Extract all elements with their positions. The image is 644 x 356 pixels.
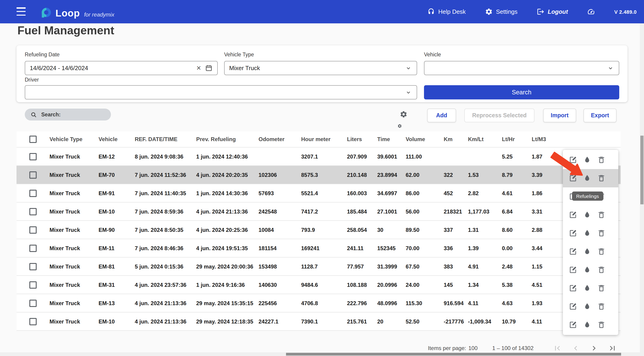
row-checkbox[interactable] (29, 153, 37, 160)
driver-select[interactable] (25, 85, 417, 99)
table-cell: 1128.7 (301, 263, 347, 270)
last-page-icon[interactable] (607, 343, 618, 354)
delete-icon[interactable] (597, 321, 606, 329)
edit-icon[interactable] (569, 247, 577, 256)
table-row[interactable]: Mixer TruckEM-314 jun. 2024 23:57:361 ju… (16, 276, 620, 294)
calendar-icon[interactable] (205, 64, 213, 72)
column-header-km-lt[interactable]: Km/Lt (468, 136, 502, 142)
logout-button[interactable]: Logout (537, 8, 568, 15)
column-header-time[interactable]: Time (377, 136, 406, 142)
delete-icon[interactable] (597, 229, 606, 237)
reprocess-selected-button[interactable]: Reprocess Selected (464, 109, 534, 122)
column-header-volume[interactable]: Volume (406, 136, 444, 142)
table-cell: 1 jun. 2024 12:40:36 (196, 153, 258, 160)
row-checkbox[interactable] (29, 281, 37, 288)
import-button[interactable]: Import (543, 109, 576, 122)
column-header-odometer[interactable]: Odometer (258, 136, 301, 142)
row-checkbox[interactable] (29, 226, 37, 233)
table-row[interactable]: Mixer TruckEM-134 jun. 2024 21:13:3629 m… (16, 294, 620, 313)
table-row[interactable]: Mixer TruckEM-128 jun. 2024 9:08:361 jun… (16, 148, 620, 166)
column-header-lt-m3[interactable]: Lt/M3 (532, 136, 620, 142)
edit-icon[interactable] (569, 174, 577, 182)
delete-icon[interactable] (597, 284, 606, 292)
edit-icon[interactable] (569, 302, 577, 311)
gauge-button[interactable] (587, 8, 595, 15)
table-cell: 29 may. 2024 20:00:36 (196, 263, 258, 270)
export-button[interactable]: Export (584, 109, 616, 122)
first-page-icon[interactable] (552, 343, 563, 354)
row-checkbox[interactable] (29, 263, 37, 270)
row-checkbox[interactable] (29, 300, 37, 307)
edit-icon[interactable] (569, 321, 577, 329)
table-cell: 115.30 (406, 300, 444, 306)
gauge-icon (587, 8, 595, 15)
column-header-vehicle[interactable]: Vehicle (98, 136, 135, 142)
refueling-date-input[interactable]: 14/6/2024 - 14/6/2024 ✕ (25, 61, 218, 75)
table-row[interactable]: Mixer TruckEM-815 jun. 2024 0:15:3629 ma… (16, 258, 620, 276)
delete-icon[interactable] (597, 156, 606, 164)
table-row[interactable]: Mixer TruckEM-107 jun. 2024 8:59:364 jun… (16, 203, 620, 221)
column-header-km[interactable]: Km (444, 136, 468, 142)
row-checkbox[interactable] (29, 189, 37, 197)
column-header-prev-refueling[interactable]: Prev. Refueling (196, 136, 258, 142)
column-settings-button[interactable] (400, 110, 411, 120)
logout-label: Logout (548, 8, 568, 15)
refuel-icon[interactable] (583, 174, 591, 182)
settings-button[interactable]: Settings (485, 8, 518, 15)
table-cell: 2.48 (502, 263, 532, 270)
previous-page-icon[interactable] (570, 343, 581, 354)
row-checkbox[interactable] (29, 244, 37, 252)
vehicle-select[interactable] (424, 61, 619, 75)
edit-icon[interactable] (569, 156, 577, 164)
delete-icon[interactable] (597, 211, 606, 219)
table-cell: 7 jun. 2024 8:59:36 (135, 208, 196, 215)
table-row[interactable]: Mixer TruckEM-917 jun. 2024 11:40:351 ju… (16, 184, 620, 203)
add-button[interactable]: Add (427, 109, 456, 122)
help-desk-button[interactable]: Help Desk (427, 8, 466, 15)
column-header-lt-hr[interactable]: Lt/Hr (502, 136, 532, 142)
table-cell: 4 jun. 2024 19:51:35 (196, 245, 258, 251)
table-body: Mixer TruckEM-128 jun. 2024 9:08:361 jun… (16, 148, 620, 331)
column-header-hour-meter[interactable]: Hour meter (301, 136, 347, 142)
vertical-scrollbar-thumb[interactable] (640, 136, 644, 204)
delete-icon[interactable] (597, 247, 606, 256)
row-checkbox[interactable] (29, 171, 37, 178)
refuel-icon[interactable] (583, 284, 591, 292)
refuel-icon[interactable] (583, 247, 591, 256)
table-cell: Mixer Truck (50, 245, 98, 251)
table-row[interactable]: Mixer TruckEM-707 jun. 2024 11:52:364 ju… (16, 166, 620, 184)
refuel-icon[interactable] (583, 321, 591, 329)
delete-icon[interactable] (597, 174, 606, 182)
horizontal-scrollbar-thumb[interactable] (286, 353, 621, 356)
refuel-icon[interactable] (583, 266, 591, 274)
table-row[interactable]: Mixer TruckEM-104 jun. 2024 21:13:3629 m… (16, 313, 620, 331)
vehicle-type-select[interactable]: Mixer Truck (224, 61, 417, 75)
delete-icon[interactable] (597, 302, 606, 311)
search-button[interactable]: Search (424, 85, 619, 99)
refuel-icon[interactable] (583, 156, 591, 164)
next-page-icon[interactable] (588, 343, 600, 354)
column-header-vehicle-type[interactable]: Vehicle Type (50, 136, 98, 142)
table-cell: 4 jun. 2024 21:13:36 (135, 300, 196, 306)
select-all-checkbox[interactable] (29, 136, 37, 143)
refuel-icon[interactable] (583, 211, 591, 219)
items-per-page-value[interactable]: 100 (468, 345, 478, 352)
refuel-icon[interactable] (583, 229, 591, 237)
table-cell: 2.82 (468, 190, 502, 196)
table-cell: Mixer Truck (50, 190, 98, 196)
refuel-icon[interactable] (583, 302, 591, 311)
table-search-input[interactable]: Search: (25, 109, 111, 120)
column-header-liters[interactable]: Liters (347, 136, 377, 142)
delete-icon[interactable] (597, 266, 606, 274)
edit-icon[interactable] (569, 284, 577, 292)
row-checkbox[interactable] (29, 208, 37, 215)
edit-icon[interactable] (569, 211, 577, 219)
edit-icon[interactable] (569, 229, 577, 237)
column-header-ref-date-time[interactable]: REF. DATE/TIME (135, 136, 196, 142)
clear-icon[interactable]: ✕ (196, 65, 201, 71)
menu-icon[interactable] (16, 7, 26, 15)
row-checkbox[interactable] (29, 318, 37, 325)
table-row[interactable]: Mixer TruckEM-117 jun. 2024 8:46:364 jun… (16, 239, 620, 258)
edit-icon[interactable] (569, 266, 577, 274)
table-row[interactable]: Mixer TruckEM-907 jun. 2024 8:50:354 jun… (16, 221, 620, 239)
